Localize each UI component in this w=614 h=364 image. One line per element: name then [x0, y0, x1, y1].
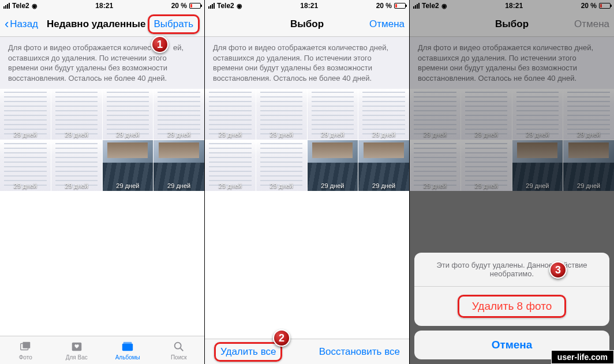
wifi-icon: ◉: [32, 2, 38, 10]
callout-2: 2: [273, 329, 290, 347]
photo-thumbnail[interactable]: 29 дней: [205, 140, 256, 191]
photo-thumbnail[interactable]: 29 дней: [154, 140, 204, 191]
delete-photos-button[interactable]: Удалить 8 фото: [414, 287, 609, 326]
photo-thumbnail[interactable]: 29 дней: [461, 89, 512, 140]
photo-thumbnail[interactable]: 29 дней: [512, 140, 563, 191]
albums-icon: [120, 340, 135, 353]
photo-thumbnail[interactable]: 29 дней: [256, 89, 307, 140]
photo-thumbnail[interactable]: 29 дней: [103, 89, 154, 140]
photo-grid: 29 дней 29 дней 29 дней 29 дней 29 дней …: [410, 89, 614, 191]
carrier-label: Tele2: [12, 2, 29, 10]
photo-thumbnail[interactable]: 29 дней: [308, 140, 358, 191]
signal-icon: [208, 3, 215, 9]
svg-rect-1: [23, 342, 31, 348]
svg-line-6: [181, 348, 184, 351]
nav-bar: Выбор Отмена: [205, 12, 409, 37]
action-sheet-message: Эти фото будут удалены. Данное действие …: [414, 253, 609, 287]
svg-rect-4: [123, 342, 132, 343]
nav-bar: Выбор Отмена: [410, 12, 614, 37]
clock: 18:21: [95, 2, 113, 10]
search-icon: [171, 340, 186, 353]
status-bar: Tele2 ◉ 18:21 20 %: [0, 0, 204, 12]
photo-thumbnail[interactable]: 29 дней: [358, 89, 409, 140]
delete-all-button[interactable]: Удалить все: [214, 342, 282, 362]
nav-title: Выбор: [250, 18, 364, 30]
status-bar: Tele2 ◉ 18:21 20 %: [205, 0, 409, 12]
photo-thumbnail[interactable]: 29 дней: [358, 140, 409, 191]
watermark: user-life.com: [551, 350, 614, 364]
tab-bar: Фото Для Вас Альбомы Поиск: [0, 336, 204, 364]
select-button[interactable]: Выбрать: [148, 14, 200, 34]
photo-thumbnail[interactable]: 29 дней: [0, 140, 51, 191]
photo-grid: 29 дней 29 дней 29 дней 29 дней 29 дней …: [205, 89, 409, 191]
photo-thumbnail[interactable]: 29 дней: [154, 89, 204, 140]
screen-selection: Tele2 ◉ 18:21 20 % Выбор Отмена Для фото…: [205, 0, 409, 364]
photo-grid: 29 дней 29 дней 29 дней 29 дней 29 дней …: [0, 89, 204, 191]
action-sheet: Эти фото будут удалены. Данное действие …: [414, 253, 609, 359]
status-bar: Tele2 ◉ 18:21 20 %: [410, 0, 614, 12]
wifi-icon: ◉: [441, 2, 447, 10]
signal-icon: [413, 3, 420, 9]
wifi-icon: ◉: [237, 2, 242, 10]
chevron-left-icon: ‹: [5, 18, 9, 31]
back-button[interactable]: ‹ Назад: [5, 18, 38, 31]
photo-thumbnail[interactable]: 29 дней: [410, 89, 460, 140]
photo-thumbnail[interactable]: 29 дней: [563, 89, 614, 140]
photo-thumbnail[interactable]: 29 дней: [410, 140, 460, 191]
nav-title: Недавно удаленные: [45, 18, 148, 30]
battery-pct: 20 %: [171, 2, 187, 10]
cancel-button[interactable]: Отмена: [369, 18, 405, 30]
photo-thumbnail[interactable]: 29 дней: [461, 140, 512, 191]
photo-thumbnail[interactable]: 29 дней: [308, 89, 358, 140]
heart-icon: [69, 340, 84, 353]
tab-photos[interactable]: Фото: [0, 336, 51, 364]
photo-thumbnail[interactable]: 29 дней: [512, 89, 563, 140]
screen-action-sheet: Tele2 ◉ 18:21 20 % Выбор Отмена Для фото…: [410, 0, 614, 364]
info-text: Для фото и видео отображается количество…: [205, 37, 409, 89]
photos-icon: [18, 340, 33, 353]
restore-all-button[interactable]: Восстановить все: [319, 346, 400, 358]
back-label: Назад: [10, 18, 38, 30]
signal-icon: [3, 3, 10, 9]
tab-albums[interactable]: Альбомы: [102, 336, 154, 364]
callout-1: 1: [151, 36, 169, 53]
toolbar: Удалить все Восстановить все: [205, 339, 409, 364]
nav-title: Выбор: [455, 18, 569, 30]
battery-icon: [394, 3, 406, 9]
photo-thumbnail[interactable]: 29 дней: [256, 140, 307, 191]
photo-thumbnail[interactable]: 29 дней: [563, 140, 614, 191]
battery-icon: [189, 3, 201, 9]
photo-thumbnail[interactable]: 29 дней: [0, 89, 51, 140]
battery-icon: [599, 3, 611, 9]
photo-thumbnail[interactable]: 29 дней: [51, 89, 102, 140]
callout-3: 3: [549, 261, 567, 279]
tab-search[interactable]: Поиск: [154, 336, 205, 364]
svg-point-5: [174, 342, 181, 348]
info-text: Для фото и видео отображается количество…: [410, 37, 614, 89]
photo-thumbnail[interactable]: 29 дней: [51, 140, 102, 191]
photo-thumbnail[interactable]: 29 дней: [103, 140, 154, 191]
svg-rect-3: [122, 343, 133, 351]
screen-recently-deleted: Tele2 ◉ 18:21 20 % ‹ Назад Недавно удале…: [0, 0, 204, 364]
photo-thumbnail[interactable]: 29 дней: [205, 89, 256, 140]
info-text: Для фото и видео отображается количество…: [0, 37, 204, 89]
cancel-button[interactable]: Отмена: [574, 18, 609, 30]
nav-bar: ‹ Назад Недавно удаленные Выбрать: [0, 12, 204, 37]
tab-for-you[interactable]: Для Вас: [51, 336, 103, 364]
